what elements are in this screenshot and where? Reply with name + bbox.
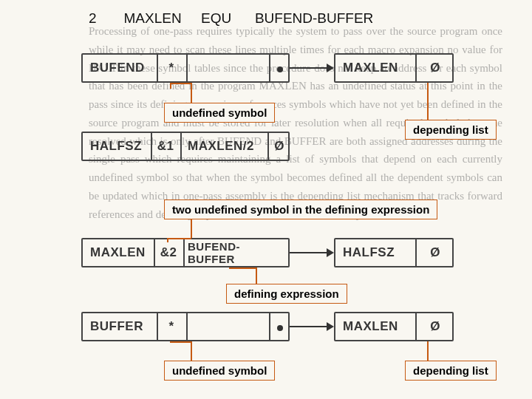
cell: HALFSZ [335,239,415,266]
cell: Ø [267,133,291,160]
label-undefined-symbol-2: undefined symbol [164,361,275,381]
connector [170,83,191,84]
pointer-dot [277,325,283,331]
record-halfsz-dep: HALFSZ Ø [334,238,454,267]
arrow-head-icon [327,248,334,257]
cell: BUFEND [83,55,157,81]
cell: Ø [415,313,455,340]
cell: MAXLEN [335,55,415,81]
connector [191,219,192,238]
label-defining-expression: defining expression [226,284,347,304]
connector [167,238,168,242]
record-halfsz: HALFSZ &1 MAXLEN/2 Ø [81,132,290,161]
record-bufend: BUFEND * [81,53,290,83]
record-buffer: BUFFER * [81,312,290,341]
cell: BUFEND-BUFFER [183,239,291,266]
arrow-head-icon [327,322,334,331]
arrow-line [290,252,328,253]
cell: HALFSZ [83,133,151,160]
connector [427,83,429,120]
cell: * [157,55,186,81]
connector [191,341,192,361]
connector [170,83,171,89]
cell: * [157,313,186,340]
label-depending-list: depending list [405,120,497,140]
cell: &2 [154,239,183,266]
cell: MAXLEN [83,239,154,266]
arrow-line [290,326,328,327]
label-undefined-symbol: undefined symbol [164,103,275,123]
arrow-line [290,67,328,69]
header-equ-line: 2 MAXLEN EQU BUFEND-BUFFER [89,10,373,27]
pointer-dot [277,66,283,72]
cell: MAXLEN [335,313,415,340]
label-depending-list-2: depending list [405,361,497,381]
connector [167,238,191,239]
cell: MAXLEN/2 [180,133,267,160]
connector [229,267,256,269]
connector [191,83,192,103]
connector [256,267,257,284]
cell: Ø [415,239,455,266]
connector [427,341,429,361]
record-maxlen-dep: MAXLEN Ø [334,53,454,83]
connector [170,341,191,343]
cell: BUFFER [83,313,157,340]
record-maxlen-def: MAXLEN &2 BUFEND-BUFFER [81,238,290,267]
record-maxlen-dep2: MAXLEN Ø [334,312,454,341]
cell: &1 [151,133,180,160]
cell: Ø [415,55,455,81]
arrow-head-icon [327,64,334,72]
label-two-undefined: two undefined symbol in the defining exp… [164,200,437,219]
